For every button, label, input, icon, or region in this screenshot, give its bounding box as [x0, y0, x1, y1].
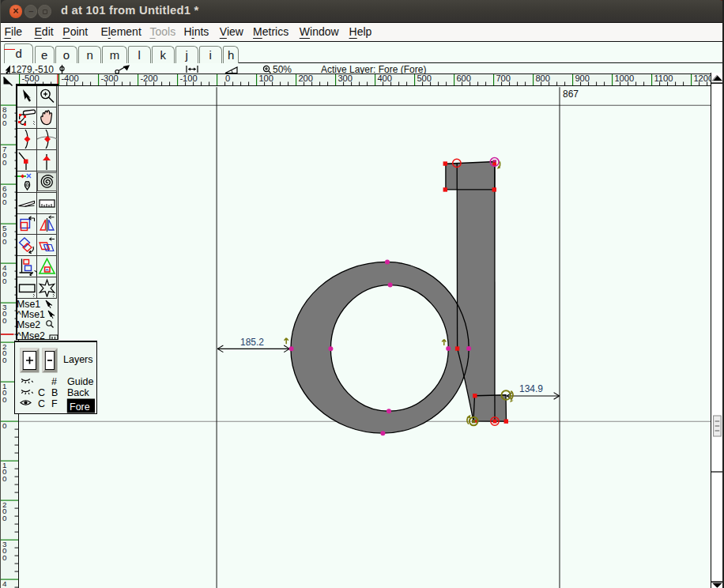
svg-text:#: # — [51, 376, 57, 387]
svg-text:C: C — [38, 398, 45, 409]
svg-text:^Mse1: ^Mse1 — [17, 309, 45, 320]
svg-text:0: 0 — [2, 473, 7, 482]
svg-text:500: 500 — [417, 74, 432, 83]
svg-text:0: 0 — [2, 552, 7, 561]
svg-text:300: 300 — [337, 74, 353, 83]
svg-text:700: 700 — [496, 74, 511, 83]
svg-text:Mse1: Mse1 — [17, 299, 40, 310]
svg-text:Guide: Guide — [67, 376, 93, 387]
svg-text:-100: -100 — [179, 74, 197, 83]
svg-text:Mse2: Mse2 — [17, 319, 40, 330]
svg-text:0: 0 — [2, 513, 7, 522]
svg-text:-200: -200 — [140, 74, 157, 83]
svg-text:B: B — [51, 387, 58, 398]
svg-text:0: 0 — [2, 197, 7, 205]
svg-text:0: 0 — [2, 394, 7, 403]
svg-text:-300: -300 — [100, 74, 118, 83]
svg-text:Layers: Layers — [63, 354, 93, 365]
svg-text:185.2: 185.2 — [240, 336, 264, 347]
svg-text:200: 200 — [298, 74, 313, 83]
svg-text:0: 0 — [2, 236, 7, 245]
svg-text:^Mse2: ^Mse2 — [17, 330, 45, 341]
svg-text:800: 800 — [535, 74, 550, 83]
svg-text:Back: Back — [67, 387, 90, 398]
svg-text:0: 0 — [225, 74, 230, 83]
svg-text:1200: 1200 — [693, 74, 711, 83]
svg-text:0: 0 — [2, 315, 7, 324]
svg-text:600: 600 — [456, 74, 471, 83]
svg-text:867: 867 — [563, 89, 579, 100]
svg-text:900: 900 — [575, 74, 590, 83]
svg-text:1100: 1100 — [654, 74, 673, 83]
svg-text:400: 400 — [377, 74, 392, 83]
svg-text:0: 0 — [2, 276, 7, 285]
svg-text:-400: -400 — [61, 74, 78, 83]
svg-text:0: 0 — [2, 421, 7, 430]
svg-text:0: 0 — [2, 355, 7, 364]
svg-text:Fore: Fore — [70, 401, 90, 413]
svg-text:0: 0 — [2, 157, 7, 166]
svg-text:C: C — [38, 387, 45, 398]
svg-text:0: 0 — [2, 118, 7, 126]
svg-text:F: F — [51, 398, 58, 409]
svg-text:-500: -500 — [21, 74, 39, 83]
svg-text:134.9: 134.9 — [519, 383, 543, 394]
svg-text:100: 100 — [258, 74, 273, 83]
svg-text:1000: 1000 — [614, 74, 634, 83]
